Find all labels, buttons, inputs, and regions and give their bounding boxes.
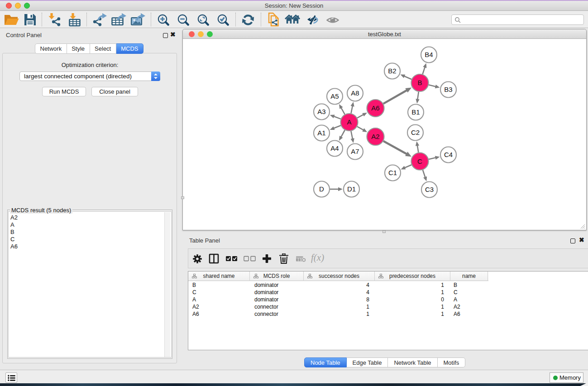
svg-text:A4: A4 — [330, 144, 339, 152]
svg-text:A: A — [347, 118, 351, 126]
svg-text:C1: C1 — [388, 169, 397, 176]
svg-text:A3: A3 — [317, 108, 325, 115]
svg-text:A8: A8 — [351, 89, 359, 97]
svg-text:A7: A7 — [351, 148, 359, 155]
svg-text:A5: A5 — [330, 92, 339, 100]
svg-text:D: D — [319, 185, 324, 193]
svg-text:B: B — [417, 79, 422, 86]
svg-text:B2: B2 — [388, 67, 396, 75]
svg-text:B3: B3 — [444, 86, 452, 93]
svg-text:A6: A6 — [371, 104, 379, 112]
svg-text:C3: C3 — [425, 186, 434, 193]
svg-text:A1: A1 — [317, 129, 325, 137]
svg-text:B1: B1 — [411, 108, 420, 116]
svg-text:f(x): f(x) — [311, 253, 324, 263]
svg-text:C: C — [417, 157, 422, 165]
svg-text:A2: A2 — [371, 133, 379, 140]
svg-text:C4: C4 — [444, 151, 453, 158]
svg-text:B4: B4 — [425, 51, 433, 58]
svg-text:D1: D1 — [347, 185, 356, 193]
svg-text:C2: C2 — [411, 129, 420, 136]
